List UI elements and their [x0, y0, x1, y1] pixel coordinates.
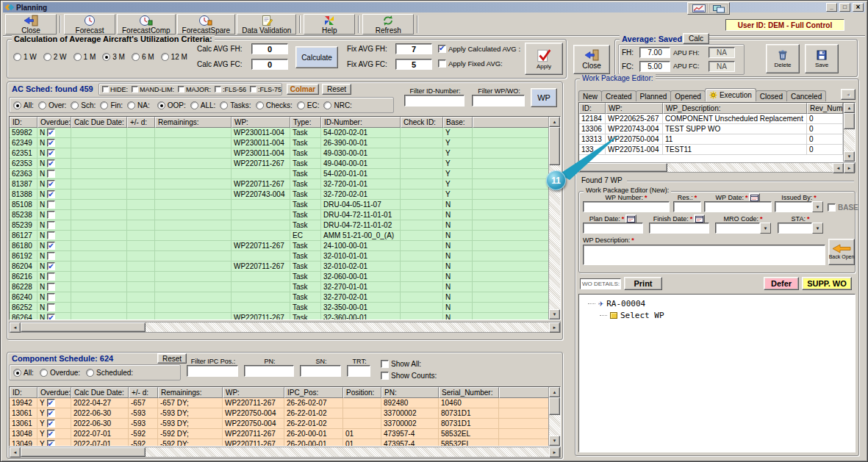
ac-status-radio[interactable]: Over:: [38, 101, 66, 109]
wp-tab[interactable]: Canceled: [786, 90, 826, 101]
ac-table-row[interactable]: 86204 N WP220711-267 Task 32-010-02-01 N: [10, 261, 550, 272]
scroll-left-button[interactable]: [833, 163, 844, 173]
apply-calculated-checkbox[interactable]: Apply Calculated AVG :: [438, 45, 520, 53]
scroll-right-button[interactable]: [549, 447, 560, 458]
help-button[interactable]: Help: [304, 14, 355, 35]
chevron-down-icon[interactable]: [812, 201, 823, 212]
ac-horizontal-scrollbar[interactable]: [9, 322, 561, 333]
column-header[interactable]: Overdue:: [37, 387, 71, 398]
scroll-track[interactable]: [146, 447, 549, 457]
forecast-comp-button[interactable]: ForecastComp: [117, 14, 176, 35]
wp-tab[interactable]: Created: [601, 90, 636, 101]
scroll-thumb[interactable]: [21, 447, 146, 457]
comp-filter-radio[interactable]: All:: [13, 369, 34, 377]
comp-table-row[interactable]: 13061 Y 2022-06-30 -593 -593 DY; WP22075…: [10, 408, 550, 419]
wp-date-input[interactable]: [704, 201, 772, 212]
minimize-icon[interactable]: [826, 3, 837, 12]
wp-date-calendar-button[interactable]: [749, 193, 760, 202]
comp-table-row[interactable]: 19942 Y 2022-04-27 -657 -657 DY; WP22071…: [10, 398, 550, 408]
fix-avg-fh-input[interactable]: [395, 43, 432, 54]
column-header[interactable]: Type:: [290, 117, 321, 128]
wp-tab[interactable]: Planned: [636, 90, 672, 101]
wp-filter-button[interactable]: WP: [531, 88, 557, 107]
scroll-right-button[interactable]: [844, 163, 855, 173]
comp-filter-radio[interactable]: Overdue:: [40, 369, 80, 377]
scroll-down-button[interactable]: [844, 151, 855, 162]
row-checkbox[interactable]: [47, 283, 55, 291]
wp-vertical-scrollbar[interactable]: [843, 103, 855, 162]
back-open-button[interactable]: Back Open: [828, 239, 855, 265]
period-radio[interactable]: 1 W: [13, 53, 37, 61]
ac-table-row[interactable]: 85238 N Task DRU-04-72-11-01-01 N: [10, 210, 550, 220]
column-header[interactable]: WP:: [223, 387, 284, 398]
ac-table-row[interactable]: 62349 N WP230011-004 Task 26-390-00-01 Y: [10, 138, 550, 148]
row-checkbox[interactable]: [47, 440, 55, 447]
row-checkbox[interactable]: [47, 180, 55, 188]
row-checkbox[interactable]: [47, 149, 55, 157]
ac-table-row[interactable]: 86228 N Task 32-270-01-01 N: [10, 282, 550, 292]
wp-tab[interactable]: New: [578, 90, 602, 101]
row-checkbox[interactable]: [47, 231, 55, 239]
sta-combo[interactable]: [778, 223, 823, 234]
calc-avg-fc-input[interactable]: [251, 59, 288, 70]
refresh-button[interactable]: Refresh: [362, 14, 414, 35]
column-header[interactable]: Rev_Num:: [807, 103, 843, 114]
comp-table-row[interactable]: 13049 Y 2022-07-01 -592 -592 DY; WP22071…: [10, 439, 550, 447]
row-checkbox[interactable]: [47, 293, 55, 301]
print-button[interactable]: Print: [624, 277, 662, 290]
ac-type-radio[interactable]: OOP:: [157, 101, 186, 109]
sta-input[interactable]: [778, 223, 812, 234]
comp-table-row[interactable]: 13048 Y 2022-07-01 -592 -592 DY; WP22071…: [10, 429, 550, 439]
ac-status-radio[interactable]: NA:: [127, 101, 150, 109]
comp-horizontal-scrollbar[interactable]: [9, 447, 561, 458]
period-radio[interactable]: 2 W: [43, 53, 67, 61]
chevron-down-icon[interactable]: [760, 223, 771, 234]
column-header[interactable]: Calc Due Date:: [71, 387, 129, 398]
issued-by-combo[interactable]: [775, 201, 823, 212]
calc-avg-fh-input[interactable]: [251, 43, 288, 54]
column-header[interactable]: [499, 387, 550, 398]
ac-type-radio[interactable]: Checks:: [256, 101, 293, 109]
show-all-checkbox[interactable]: Show All:: [381, 360, 421, 368]
ac-table-row[interactable]: 86240 N Task 32-270-02-01 N: [10, 292, 550, 303]
plan-date-calendar-button[interactable]: [625, 214, 636, 223]
row-checkbox[interactable]: [47, 399, 55, 407]
row-checkbox[interactable]: [47, 221, 55, 229]
row-checkbox[interactable]: [47, 419, 55, 427]
ac-status-radio[interactable]: Fin:: [100, 101, 123, 109]
column-header[interactable]: +/- d:: [127, 117, 155, 128]
column-header[interactable]: Overdue:: [37, 117, 71, 128]
toolbar-close-button[interactable]: Close: [5, 14, 57, 35]
scroll-left-button[interactable]: [10, 447, 21, 458]
row-checkbox[interactable]: [47, 139, 55, 147]
filter-id-input[interactable]: [404, 95, 465, 107]
scroll-track[interactable]: [549, 415, 560, 436]
row-checkbox[interactable]: [47, 159, 55, 167]
res-input[interactable]: [673, 201, 701, 212]
row-checkbox[interactable]: [47, 409, 55, 417]
column-header[interactable]: WP:: [606, 103, 663, 114]
ac-table-row[interactable]: 81388 N WP220743-004 Task 32-720-02-01 Y: [10, 190, 550, 200]
period-radio[interactable]: 3 M: [102, 53, 125, 61]
ac-table-row[interactable]: 85239 N Task DRU-04-72-11-01-02 N: [10, 220, 550, 231]
ac-status-radio[interactable]: All:: [13, 101, 34, 109]
apply-button[interactable]: Apply: [525, 43, 563, 75]
row-checkbox[interactable]: [47, 303, 55, 311]
finish-date-calendar-button[interactable]: [694, 214, 705, 223]
apply-fixed-checkbox[interactable]: Apply Fixed AVG:: [438, 59, 503, 68]
close-panel-button[interactable]: Close: [573, 45, 610, 74]
ac-status-radio[interactable]: Sch:: [71, 101, 96, 109]
supp-wo-button[interactable]: SUPP. WO: [802, 277, 852, 290]
ac-table-row[interactable]: 86180 N WP220711-267 Task 24-100-00-01 N: [10, 241, 550, 251]
scroll-down-button[interactable]: [549, 309, 560, 320]
column-header[interactable]: Remainings:: [155, 117, 232, 128]
tree-item-select-wp[interactable]: Select WP: [581, 309, 853, 321]
ac-flag-checkbox[interactable]: :FLS-75: [250, 86, 281, 93]
wp-tab[interactable]: Closed: [756, 90, 787, 101]
row-checkbox[interactable]: [47, 129, 55, 137]
ac-table-row[interactable]: 62351 N WP230011-004 Task 49-030-00-01 Y: [10, 148, 550, 159]
wp-tab[interactable]: Opened: [670, 90, 706, 101]
tree-item-aircraft[interactable]: ✈ RA-00004: [581, 297, 853, 309]
wp-number-input[interactable]: [583, 201, 670, 212]
defer-button[interactable]: Defer: [764, 277, 799, 290]
